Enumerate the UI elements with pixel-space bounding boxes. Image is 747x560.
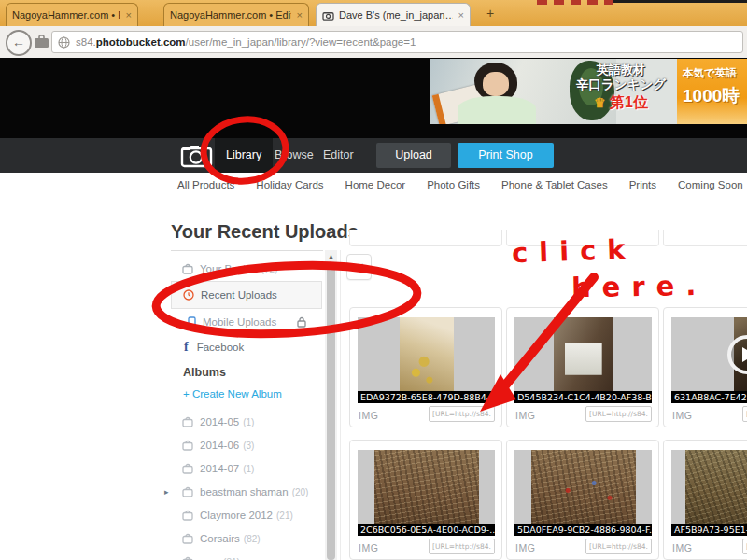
album-count: (1) [243,464,254,474]
upload-card[interactable]: AF5B9A73-95E1-4EF IMG [663,440,747,560]
create-new-album-link[interactable]: + Create New Album [183,388,282,399]
album-name: Corsairs [200,533,240,544]
albums-header: Albums [183,366,226,379]
browser-address-bar: ← s84.photobucket.com/user/me_in_japan/l… [0,26,747,59]
thumbnail[interactable] [358,450,495,524]
browser-window: NagoyaHammer.com • Pos… × NagoyaHammer.c… [0,0,747,560]
tab-close-icon[interactable]: × [297,9,303,21]
sidebar-album-item[interactable]: ▸ 2014-05 (1) [171,412,322,432]
thumbnail[interactable] [671,450,747,524]
url-domain: photobucket.com [96,36,186,48]
subnav-coming-soon[interactable]: Coming Soon [678,179,743,190]
sidebar-album-item[interactable]: ▸ cryx (81) [171,552,322,560]
thumbnail[interactable] [358,317,495,391]
img-label: IMG [515,542,535,553]
nav-editor[interactable]: Editor [312,138,365,173]
ad-strip: 英語教材 辛口ランキング ♛ 第1位 本気で英語 1000時 [0,58,747,138]
photobucket-favicon-icon [322,10,334,21]
play-icon[interactable] [727,335,747,374]
page-title: Your Recent Uploads [171,221,359,243]
subnav-holiday-cards[interactable]: Holiday Cards [256,179,323,190]
upload-card[interactable]: D545B234-C1C4-4B20-AF38-B... IMG [506,307,659,427]
filename-bar: AF5B9A73-95E1-4EF [671,524,747,536]
upload-card[interactable]: EDA9372B-65E8-479D-88B4-F... IMG [349,307,502,427]
tab-close-icon[interactable]: × [458,9,464,21]
upload-card[interactable]: 5DA0FEA9-9CB2-4886-9804-F... IMG [506,440,659,560]
browser-tab-bar: NagoyaHammer.com • Pos… × NagoyaHammer.c… [0,0,747,26]
url-input[interactable]: s84.photobucket.com/user/me_in_japan/lib… [51,31,743,53]
album-name: 2014-06 [200,440,239,451]
subnav-prints[interactable]: Prints [629,179,656,190]
album-icon [182,510,193,521]
img-url-field[interactable] [742,539,747,554]
subnav-all-products[interactable]: All Products [177,179,234,190]
divider [171,250,323,251]
album-icon [182,463,193,474]
collapse-sidebar-button[interactable]: ◀ [346,254,372,280]
sidebar-scrollbar[interactable]: ▲ [325,250,337,560]
upload-card[interactable]: 2C6BC056-0E5A-4E00-ACD9-... IMG [349,440,502,560]
img-label: IMG [359,542,378,553]
album-count: (82) [244,534,261,544]
ad-banner[interactable]: 英語教材 辛口ランキング ♛ 第1位 本気で英語 1000時 [430,59,747,124]
album-count: (1) [243,417,254,427]
thumbnail[interactable] [514,450,652,524]
img-url-field[interactable] [585,406,652,422]
sidebar-album-item[interactable]: ▸ 2014-07 (1) [171,458,322,479]
partial-card [663,230,747,246]
expand-caret-icon[interactable]: ▸ [174,317,183,327]
filename-bar: 2C6BC056-0E5A-4E00-ACD9-... [358,524,495,536]
img-label: IMG [359,410,378,421]
sidebar-item-your-bucket[interactable]: Your Bucket (72) [171,259,322,279]
mobile-phone-icon [188,316,196,329]
upload-card[interactable]: 631AB8AC-7E42-47D IMG [663,307,747,427]
img-url-field[interactable] [429,406,495,422]
scroll-up-icon[interactable]: ▲ [325,250,337,262]
browser-tab-active[interactable]: Dave B's (me_in_japan… × [316,3,471,26]
divider [0,203,747,203]
album-name: 2014-05 [200,416,239,427]
thumbnail-photo [554,317,613,391]
click-here-text: here. [571,270,708,304]
tab-close-icon[interactable]: × [126,9,132,21]
img-label: IMG [515,410,535,421]
album-icon [182,440,193,451]
browser-tab-1[interactable]: NagoyaHammer.com • Pos… × [6,3,138,26]
print-shop-button[interactable]: Print Shop [458,143,554,168]
photobucket-logo-icon[interactable] [180,144,214,168]
sidebar-item-recent-uploads[interactable]: Recent Uploads [171,281,322,309]
divider [340,250,341,560]
album-count: (81) [223,557,240,560]
browser-tab-2[interactable]: NagoyaHammer.com • Edit… × [163,3,309,26]
subnav-photo-gifts[interactable]: Photo Gifts [427,179,480,190]
img-url-field[interactable] [742,406,747,422]
upload-button[interactable]: Upload [376,143,451,168]
album-icon [182,533,193,544]
lock-icon [297,316,306,328]
thumbnail[interactable] [671,317,747,391]
clock-icon [183,289,194,301]
sidebar-album-item[interactable]: ▸ 2014-06 (3) [171,435,322,455]
filename-bar: EDA9372B-65E8-479D-88B4-F... [358,391,495,403]
album-count: (3) [243,441,254,451]
sidebar-album-item[interactable]: ▸ Claymore 2012 (21) [171,505,322,525]
subnav-home-decor[interactable]: Home Decor [345,179,406,190]
scrollbar-thumb[interactable] [327,264,335,560]
briefcase-icon[interactable] [34,35,49,49]
ad-text: 英語教材 辛口ランキング ♛ 第1位 [562,63,680,112]
sidebar-album-item[interactable]: ▸ beastman shaman (20) [171,482,322,502]
img-url-field[interactable] [429,539,495,554]
back-button[interactable]: ← [6,30,32,56]
sidebar-item-mobile-uploads[interactable]: ▸ Mobile Uploads [171,312,322,332]
subnav-phone-cases[interactable]: Phone & Tablet Cases [501,179,608,190]
new-tab-button[interactable]: + [479,4,501,22]
album-name: 2014-07 [200,463,239,474]
filename-bar: 631AB8AC-7E42-47D [671,391,747,403]
sidebar-item-facebook[interactable]: f Facebook [171,337,322,357]
sidebar-album-item[interactable]: ▸ Corsairs (82) [171,528,322,549]
thumbnail[interactable] [514,317,652,391]
img-url-field[interactable] [585,539,652,554]
expand-caret-icon[interactable]: ▸ [164,487,174,497]
ad-right-panel: 本気で英語 1000時 [677,59,747,124]
url-path: /user/me_in_japan/library/?view=recent&p… [186,36,416,48]
